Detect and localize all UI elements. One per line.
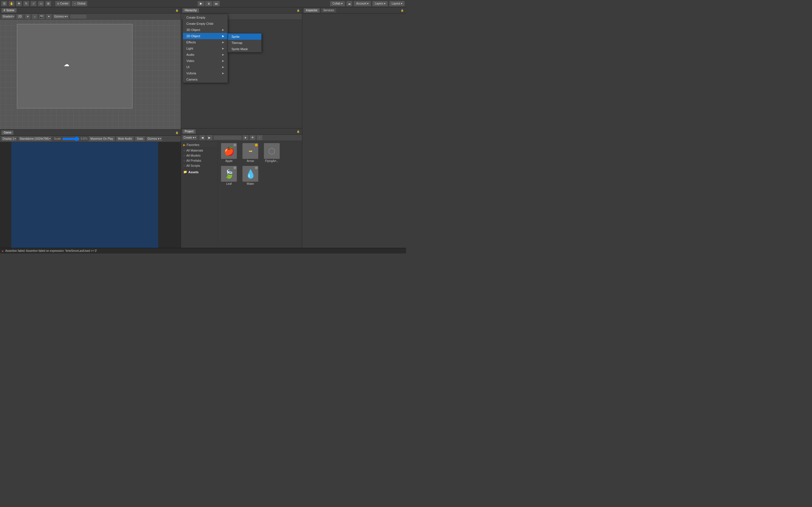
hierarchy-lock-icon[interactable]: 🔒 — [296, 9, 301, 12]
water-badge — [255, 166, 258, 169]
scene-view: # Scene 🔒 Shaded 2D ☀ ♪ 📷 ✦ Gizmos ▾ — [0, 7, 181, 129]
game-gizmos-dropdown[interactable]: Gizmos ▾ — [146, 136, 162, 142]
vuforia-label: Vuforia — [186, 71, 196, 75]
scene-audio-icon[interactable]: ♪ — [32, 14, 38, 19]
space-global-btn[interactable]: ↔ Global — [71, 1, 87, 6]
2d-btn[interactable]: 2D — [16, 14, 24, 19]
menu-create-empty-child[interactable]: Create Empty Child — [183, 20, 227, 27]
project-forward-btn[interactable]: ▶ — [206, 135, 213, 140]
project-tab[interactable]: Project — [182, 129, 196, 134]
hierarchy-tab[interactable]: Hierarchy — [182, 8, 199, 13]
submenu-tilemap[interactable]: Tilemap — [228, 40, 261, 46]
project-toolbar: Create ▾ ◀ ▶ ★ 👁 ⋮ — [181, 135, 302, 141]
ui-label: UI — [186, 65, 190, 69]
create-empty-child-label: Create Empty Child — [186, 22, 213, 25]
stats-btn[interactable]: Stats — [135, 136, 145, 142]
stats-label: Stats — [137, 137, 143, 140]
sidebar-all-materials[interactable]: ○ All Materials — [181, 148, 217, 153]
scene-light-icon[interactable]: ☀ — [24, 14, 31, 19]
3d-object-label: 3D Object — [186, 28, 200, 32]
layers-btn[interactable]: Layers ▾ — [372, 1, 388, 6]
shaded-dropdown[interactable]: Shaded — [1, 14, 15, 19]
create-empty-label: Create Empty — [186, 16, 205, 19]
game-right-bar — [158, 142, 181, 248]
menu-camera[interactable]: Camera — [183, 76, 227, 82]
mute-btn[interactable]: Mute Audio — [116, 136, 134, 142]
sidebar-all-scripts[interactable]: ○ All Scripts — [181, 163, 217, 168]
asset-flyingarr[interactable]: ⬡ FlyingArr... — [262, 142, 282, 164]
layout-btn[interactable]: Layout ▾ — [389, 1, 405, 6]
hand-tool-btn[interactable]: ✋ — [8, 1, 15, 6]
asset-water[interactable]: 💧 Water — [240, 165, 260, 186]
asset-arrow[interactable]: ➡ Arrow — [240, 142, 260, 164]
submenu-sprite[interactable]: Sprite — [228, 34, 261, 40]
display-dropdown[interactable]: Display 1 — [1, 136, 17, 142]
move-tool-btn[interactable]: ✥ — [16, 1, 22, 6]
play-btn[interactable]: ▶ — [197, 1, 205, 6]
transform-tool-btn[interactable]: ⊞ — [45, 1, 51, 6]
scene-fx-icon[interactable]: ✦ — [46, 14, 52, 19]
inspector-tab[interactable]: Inspector — [303, 8, 320, 13]
menu-effects[interactable]: Effects ▶ — [183, 39, 227, 45]
project-search[interactable] — [213, 135, 242, 140]
menu-create-empty[interactable]: Create Empty — [183, 14, 227, 20]
pivot-icon: ⊙ — [57, 2, 59, 5]
asset-leaf[interactable]: 🍃 Leaf — [219, 165, 239, 186]
scene-toolbar: Shaded 2D ☀ ♪ 📷 ✦ Gizmos ▾ — [0, 13, 181, 20]
menu-ui[interactable]: UI ▶ — [183, 64, 227, 70]
scale-slider[interactable] — [62, 137, 79, 141]
sidebar-all-models[interactable]: ○ All Models — [181, 153, 217, 158]
inspector-lock-icon[interactable]: 🔒 — [400, 9, 405, 12]
error-message: Assertion failed: Assertion failed on ex… — [5, 249, 97, 252]
pivot-center-btn[interactable]: ⊙ Center — [55, 1, 70, 6]
sidebar-assets-folder[interactable]: 📁 Assets — [181, 169, 217, 175]
cloud-btn[interactable]: ☁ — [346, 1, 352, 6]
gizmos-dropdown[interactable]: Gizmos ▾ — [53, 14, 69, 19]
game-tab[interactable]: Game — [1, 130, 14, 135]
asset-apple[interactable]: 🍎 Apple — [219, 142, 239, 164]
assets-grid: 🍎 Apple ➡ Arrow — [219, 142, 301, 186]
3d-object-arrow-icon: ▶ — [222, 29, 224, 31]
flyingarr-icon: ⬡ — [268, 146, 275, 156]
sidebar-all-prefabs[interactable]: ○ All Prefabs — [181, 158, 217, 163]
game-lock-icon[interactable]: 🔒 — [174, 131, 180, 134]
menu-vuforia[interactable]: Vuforia ▶ — [183, 70, 227, 76]
assets-sidebar: ▶ Favorites ○ All Materials ○ All Models… — [181, 141, 218, 248]
menu-light[interactable]: Light ▶ — [183, 45, 227, 52]
menu-icon-btn[interactable]: ☰ — [1, 1, 7, 6]
pause-btn[interactable]: ⏸ — [205, 1, 212, 6]
project-dots-btn[interactable]: ⋮ — [257, 135, 263, 140]
scene-viewport: ☁ — [17, 24, 133, 108]
project-lock-icon[interactable]: 🔒 — [296, 130, 301, 133]
resolution-dropdown[interactable]: Standalone (1024x768) — [18, 136, 52, 142]
menu-video[interactable]: Video ▶ — [183, 58, 227, 64]
account-btn[interactable]: Account ▾ — [354, 1, 371, 6]
services-tab[interactable]: Services — [320, 8, 336, 13]
menu-3d-object[interactable]: 3D Object ▶ — [183, 27, 227, 33]
scene-search[interactable] — [70, 14, 87, 19]
step-btn[interactable]: ⏭ — [213, 1, 220, 6]
scene-hashtag-icon: # — [4, 9, 5, 12]
project-back-btn[interactable]: ◀ — [199, 135, 206, 140]
project-star-btn[interactable]: ★ — [243, 135, 249, 140]
water-icon: 💧 — [245, 169, 256, 179]
menu-2d-object[interactable]: 2D Object ▶ — [183, 33, 227, 39]
game-gizmos-label: Gizmos ▾ — [147, 137, 159, 140]
rect-tool-btn[interactable]: ▭ — [38, 1, 44, 6]
scene-content: ☁ — [0, 20, 181, 129]
inspector-panel: Inspector Services 🔒 — [302, 7, 406, 248]
scene-lock-icon[interactable]: 🔒 — [174, 9, 180, 12]
menu-audio[interactable]: Audio ▶ — [183, 52, 227, 58]
maximize-btn[interactable]: Maximize On Play — [89, 136, 115, 142]
scene-tab[interactable]: # Scene — [1, 8, 17, 13]
project-eye-btn[interactable]: 👁 — [250, 135, 256, 140]
shaded-label: Shaded — [3, 15, 12, 18]
asset-leaf-thumb: 🍃 — [221, 166, 237, 182]
project-create-dropdown[interactable]: Create ▾ — [182, 135, 197, 140]
rotate-tool-btn[interactable]: ↻ — [23, 1, 29, 6]
scale-tool-btn[interactable]: ⤢ — [31, 1, 37, 6]
scene-camera-icon[interactable]: 📷 — [39, 14, 45, 19]
arrow-icon: ➡ — [249, 149, 252, 154]
collab-btn[interactable]: Collab ▾ — [330, 1, 345, 6]
submenu-sprite-mask[interactable]: Sprite Mask — [228, 46, 261, 52]
